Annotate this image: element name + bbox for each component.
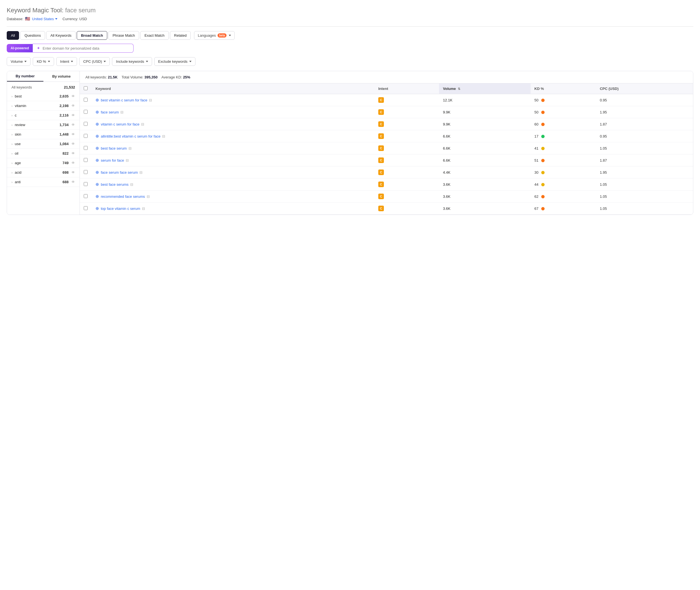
kd-caret-icon — [48, 61, 50, 62]
keyword-cell: ⊕ face serum ⊟ — [92, 106, 374, 118]
cpc-value: 1.05 — [600, 146, 607, 151]
keyword-cell: ⊕ serum for face ⊟ — [92, 155, 374, 167]
eye-icon[interactable]: 👁 — [72, 113, 75, 117]
keyword-link[interactable]: ⊕ top face vitamin c serum ⊟ — [96, 206, 370, 211]
keyword-link[interactable]: ⊕ vitamin c serum for face ⊟ — [96, 122, 370, 127]
tab-phrase-match[interactable]: Phrase Match — [108, 31, 139, 40]
kd-filter[interactable]: KD % — [33, 57, 54, 66]
eye-icon[interactable]: 👁 — [72, 180, 75, 184]
keyword-cell: ⊕ top face vitamin c serum ⊟ — [92, 203, 374, 215]
keyword-text: face serum face serum — [101, 170, 138, 175]
by-number-toggle[interactable]: By number — [7, 71, 43, 82]
country-chevron-icon — [55, 18, 57, 20]
keyword-cell: ⊕ recommended face serums ⊟ — [92, 191, 374, 203]
add-keyword-icon: ⊕ — [96, 122, 99, 127]
ai-domain-input-wrap[interactable]: ✦ — [33, 44, 134, 53]
row-checkbox[interactable] — [84, 170, 88, 174]
row-checkbox[interactable] — [84, 194, 88, 198]
col-volume[interactable]: Volume ⇅ — [439, 84, 531, 94]
languages-dropdown[interactable]: Languages beta — [194, 31, 235, 40]
row-checkbox[interactable] — [84, 146, 88, 150]
eye-icon[interactable]: 👁 — [72, 151, 75, 156]
kd-dot-icon — [541, 147, 545, 150]
kd-value: 44 — [535, 182, 539, 187]
row-checkbox[interactable] — [84, 158, 88, 162]
domain-input[interactable] — [42, 46, 129, 51]
intent-cell: C — [374, 130, 439, 142]
row-checkbox[interactable] — [84, 98, 88, 102]
exclude-filter[interactable]: Exclude keywords — [154, 57, 196, 66]
keyword-link[interactable]: ⊕ face serum face serum ⊟ — [96, 170, 370, 175]
sidebar-item[interactable]: › vitamin 2,198 👁 — [7, 101, 80, 111]
sidebar-item[interactable]: › anti 688 👁 — [7, 177, 80, 187]
row-checkbox[interactable] — [84, 134, 88, 138]
tab-questions[interactable]: Questions — [20, 31, 45, 40]
sidebar-header: All keywords 21,532 — [7, 82, 80, 92]
keyword-link[interactable]: ⊕ allintitle:best vitamin c serum for fa… — [96, 134, 370, 139]
keyword-link[interactable]: ⊕ best face serum ⊟ — [96, 146, 370, 151]
kd-value: 60 — [535, 122, 539, 126]
intent-filter[interactable]: Intent — [56, 57, 77, 66]
cpc-filter[interactable]: CPC (USD) — [79, 57, 110, 66]
eye-icon[interactable]: 👁 — [72, 94, 75, 98]
cpc-value: 0.95 — [600, 98, 607, 102]
eye-icon[interactable]: 👁 — [72, 142, 75, 146]
tab-all[interactable]: All — [7, 31, 19, 40]
volume-cell: 6.6K — [439, 155, 531, 167]
sidebar-item-label: c — [15, 113, 60, 117]
kd-value: 50 — [535, 110, 539, 114]
select-all-checkbox[interactable] — [84, 86, 88, 90]
sidebar-item[interactable]: › best 2,635 👁 — [7, 92, 80, 101]
sidebar-item[interactable]: › c 2,116 👁 — [7, 111, 80, 120]
sidebar-item-label: acid — [15, 170, 63, 175]
intent-cell: C — [374, 203, 439, 215]
sidebar-item[interactable]: › use 1,084 👁 — [7, 139, 80, 149]
keyword-link[interactable]: ⊕ best face serums ⊟ — [96, 182, 370, 187]
sidebar-item-count: 822 — [63, 151, 69, 156]
keyword-cell: ⊕ vitamin c serum for face ⊟ — [92, 118, 374, 130]
row-checkbox[interactable] — [84, 122, 88, 126]
include-filter[interactable]: Include keywords — [112, 57, 152, 66]
sidebar-item-chevron-icon: › — [11, 95, 13, 98]
keyword-link[interactable]: ⊕ serum for face ⊟ — [96, 158, 370, 163]
eye-icon[interactable]: 👁 — [72, 123, 75, 127]
sidebar-item-count: 1,734 — [60, 123, 69, 127]
sidebar-total-count: 21,532 — [64, 85, 75, 89]
cpc-cell: 1.87 — [596, 155, 693, 167]
eye-icon[interactable]: 👁 — [72, 161, 75, 165]
add-keyword-icon: ⊕ — [96, 194, 99, 199]
eye-icon[interactable]: 👁 — [72, 170, 75, 175]
kd-cell: 50 — [531, 94, 596, 106]
page-icon: ⊟ — [147, 194, 150, 199]
sidebar-item[interactable]: › review 1,734 👁 — [7, 120, 80, 130]
sidebar-item-chevron-icon: › — [11, 114, 13, 117]
sidebar-item[interactable]: › age 749 👁 — [7, 158, 80, 168]
tab-related[interactable]: Related — [170, 31, 191, 40]
table-row: ⊕ vitamin c serum for face ⊟ C 9.9K 60 1… — [80, 118, 693, 130]
eye-icon[interactable]: 👁 — [72, 132, 75, 136]
keyword-link[interactable]: ⊕ recommended face serums ⊟ — [96, 194, 370, 199]
tab-all-keywords[interactable]: All Keywords — [46, 31, 76, 40]
kd-cell: 62 — [531, 191, 596, 203]
summary-keywords-count: 21.5K — [108, 75, 118, 79]
country-selector[interactable]: United States — [32, 17, 57, 21]
intent-badge: C — [378, 194, 384, 199]
table-row: ⊕ best face serums ⊟ C 3.6K 44 1.05 — [80, 179, 693, 191]
volume-cell: 3.6K — [439, 179, 531, 191]
sidebar-item-label: anti — [15, 180, 63, 184]
row-checkbox[interactable] — [84, 206, 88, 210]
sidebar-item[interactable]: › acid 698 👁 — [7, 168, 80, 177]
tab-exact-match[interactable]: Exact Match — [140, 31, 169, 40]
volume-filter[interactable]: Volume — [7, 57, 30, 66]
sidebar-item[interactable]: › oil 822 👁 — [7, 149, 80, 158]
tab-broad-match[interactable]: Broad Match — [77, 31, 107, 40]
row-checkbox[interactable] — [84, 182, 88, 186]
by-volume-toggle[interactable]: By volume — [43, 71, 80, 82]
keyword-link[interactable]: ⊕ face serum ⊟ — [96, 110, 370, 115]
summary-volume-value: 395,350 — [144, 75, 158, 79]
sidebar-item[interactable]: › skin 1,448 👁 — [7, 130, 80, 139]
keyword-link[interactable]: ⊕ best vitamin c serum for face ⊟ — [96, 97, 370, 103]
cpc-value: 0.95 — [600, 134, 607, 138]
row-checkbox[interactable] — [84, 110, 88, 114]
eye-icon[interactable]: 👁 — [72, 104, 75, 108]
